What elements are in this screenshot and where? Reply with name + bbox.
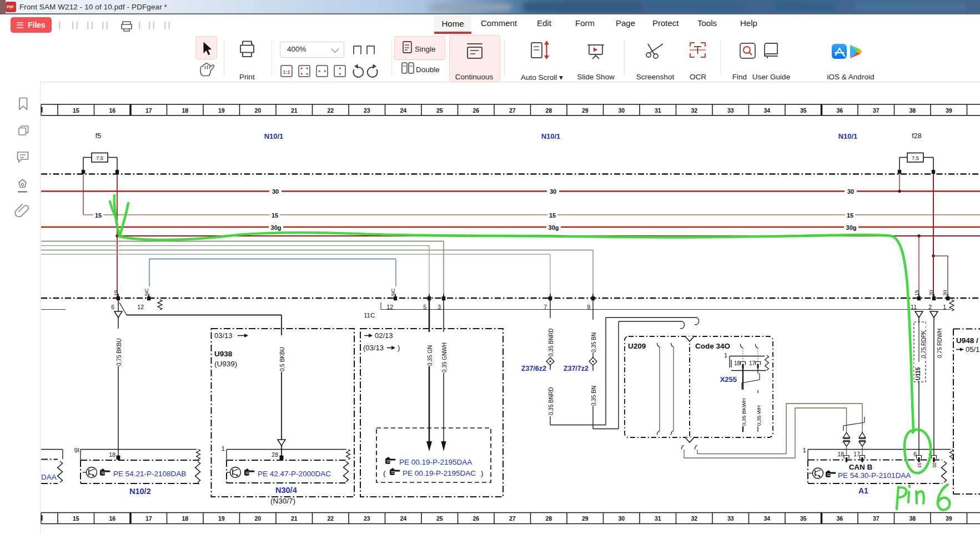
svg-text:39: 39 xyxy=(946,107,952,114)
svg-text:N10/1: N10/1 xyxy=(541,132,561,140)
svg-text:A1: A1 xyxy=(858,486,868,495)
svg-text:1: 1 xyxy=(943,304,946,310)
svg-text:26: 26 xyxy=(473,107,479,114)
svg-text:34: 34 xyxy=(763,515,770,522)
svg-text:NC: NC xyxy=(143,288,149,296)
svg-text:27: 27 xyxy=(509,515,516,522)
svg-text:0,75 RDPK: 0,75 RDPK xyxy=(921,330,927,358)
svg-text:38: 38 xyxy=(909,515,916,522)
svg-text:X255: X255 xyxy=(720,375,737,384)
svg-text:15: 15 xyxy=(913,290,919,296)
svg-text:15: 15 xyxy=(95,212,102,219)
svg-text:(N30/7): (N30/7) xyxy=(270,497,295,505)
svg-text:DAA: DAA xyxy=(41,473,57,481)
svg-text:15: 15 xyxy=(272,212,278,219)
svg-text:NC: NC xyxy=(390,288,396,296)
svg-text:15: 15 xyxy=(917,462,922,468)
svg-text:9: 9 xyxy=(587,304,590,310)
svg-text:28: 28 xyxy=(272,451,278,458)
svg-text:30g: 30g xyxy=(271,224,282,231)
svg-text:02/13: 02/13 xyxy=(375,331,393,340)
svg-text:25: 25 xyxy=(436,107,443,114)
svg-text:20: 20 xyxy=(254,107,261,114)
svg-text:22: 22 xyxy=(327,107,334,114)
svg-text:(03/13: (03/13 xyxy=(363,344,384,352)
svg-text:16: 16 xyxy=(109,107,115,114)
svg-text:15: 15 xyxy=(549,212,556,219)
svg-text:19: 19 xyxy=(218,515,225,522)
svg-text:33: 33 xyxy=(727,515,734,522)
svg-text:0,75 BKBU: 0,75 BKBU xyxy=(116,339,122,366)
svg-text:0,35 GN: 0,35 GN xyxy=(427,345,433,366)
svg-text:0,35 WH: 0,35 WH xyxy=(756,405,762,426)
svg-text:N10/2: N10/2 xyxy=(129,487,151,496)
svg-text:0,35 BN: 0,35 BN xyxy=(591,333,597,352)
svg-text:17: 17 xyxy=(145,515,152,522)
svg-text:30: 30 xyxy=(942,290,948,296)
svg-text:2: 2 xyxy=(928,304,932,310)
svg-text:30: 30 xyxy=(932,462,937,468)
svg-text:Code 34O: Code 34O xyxy=(695,342,730,350)
svg-text:29: 29 xyxy=(582,515,589,522)
svg-text:18: 18 xyxy=(109,451,115,458)
svg-text:33: 33 xyxy=(727,107,734,114)
svg-text:28: 28 xyxy=(545,107,552,114)
svg-text:U115: U115 xyxy=(915,367,921,380)
svg-text:12: 12 xyxy=(137,304,144,310)
svg-text:U938: U938 xyxy=(214,350,233,358)
svg-text:0,35 BNRD: 0,35 BNRD xyxy=(548,387,554,415)
svg-text:18: 18 xyxy=(182,515,188,522)
svg-text:20: 20 xyxy=(254,515,261,522)
svg-text:0,35 BNRD: 0,35 BNRD xyxy=(548,328,554,356)
svg-text:37: 37 xyxy=(873,515,880,522)
svg-text:0,35 BN: 0,35 BN xyxy=(591,386,597,406)
svg-text:21: 21 xyxy=(291,107,298,114)
svg-text:5: 5 xyxy=(423,304,426,310)
svg-text:30: 30 xyxy=(928,290,934,296)
svg-text:27: 27 xyxy=(509,107,516,114)
svg-text:6: 6 xyxy=(111,304,114,310)
svg-text:35: 35 xyxy=(800,107,807,114)
svg-text:1:1: 1:1 xyxy=(283,69,290,75)
svg-text:21: 21 xyxy=(291,515,298,522)
svg-text:18: 18 xyxy=(182,107,188,114)
svg-text:30: 30 xyxy=(272,188,279,195)
svg-text:Z37/7z2: Z37/7z2 xyxy=(564,365,589,372)
svg-text:0,75 RDWH: 0,75 RDWH xyxy=(937,329,943,358)
svg-text:17: 17 xyxy=(853,451,860,457)
svg-text:23: 23 xyxy=(364,107,370,114)
svg-text:31: 31 xyxy=(655,107,661,114)
svg-text:): ) xyxy=(481,469,484,477)
svg-text:PE 42.47-P-2000DAC: PE 42.47-P-2000DAC xyxy=(258,470,331,478)
svg-text:28: 28 xyxy=(545,515,552,522)
svg-text:0,35 BKWH: 0,35 BKWH xyxy=(741,398,747,426)
svg-text:PE 00.19-P-2195DAC: PE 00.19-P-2195DAC xyxy=(403,469,476,477)
svg-text:0,5 BKBU: 0,5 BKBU xyxy=(279,347,285,371)
svg-text:36: 36 xyxy=(836,107,843,114)
svg-text:30: 30 xyxy=(618,515,625,522)
svg-text:05/1: 05/1 xyxy=(966,345,979,354)
svg-text:35: 35 xyxy=(800,515,807,522)
svg-text:22: 22 xyxy=(327,515,334,522)
svg-text:30g: 30g xyxy=(846,224,857,231)
svg-text:31: 31 xyxy=(655,515,661,522)
svg-text:18: 18 xyxy=(734,360,741,366)
svg-text:24: 24 xyxy=(400,515,406,522)
svg-text:24: 24 xyxy=(400,107,406,114)
svg-text:U209: U209 xyxy=(628,342,646,350)
svg-text:PE 00.19-P-2195DAA: PE 00.19-P-2195DAA xyxy=(399,458,472,466)
svg-text:(: ( xyxy=(383,469,386,477)
svg-text:03/13: 03/13 xyxy=(214,331,233,340)
svg-text:f28: f28 xyxy=(912,132,921,140)
svg-text:CAN B: CAN B xyxy=(849,463,873,471)
svg-text:17: 17 xyxy=(749,360,756,366)
svg-text:32: 32 xyxy=(691,515,697,522)
svg-text:1: 1 xyxy=(222,445,225,452)
svg-text:U948 /: U948 / xyxy=(956,336,978,345)
svg-text:7,5: 7,5 xyxy=(96,155,103,161)
svg-text:17: 17 xyxy=(145,107,152,114)
svg-text:9I: 9I xyxy=(74,447,79,454)
svg-text:15: 15 xyxy=(73,107,79,114)
svg-text:15: 15 xyxy=(113,290,119,296)
svg-text:15: 15 xyxy=(73,515,79,522)
